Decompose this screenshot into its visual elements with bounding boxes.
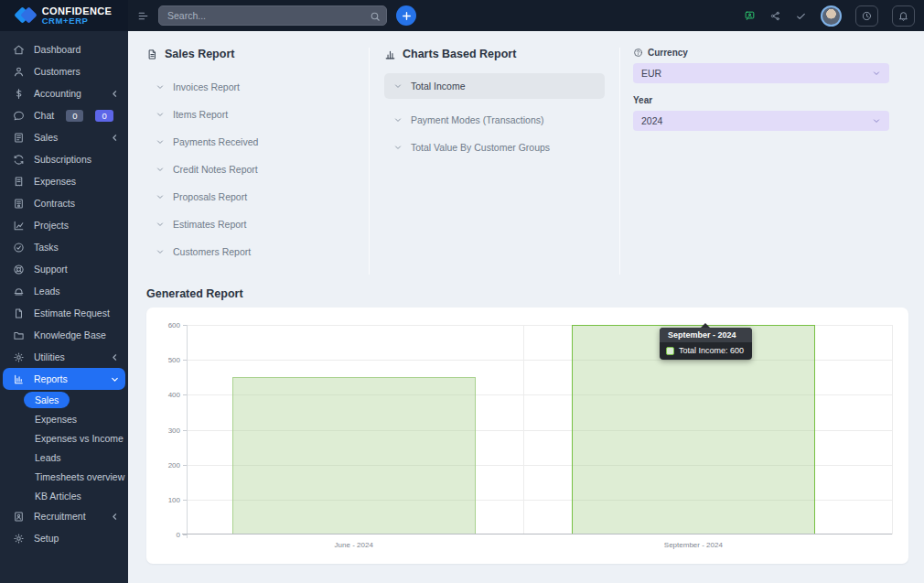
sidebar-item-label: Knowledge Base — [34, 329, 106, 340]
chart-vgridline — [892, 325, 893, 534]
chart-xaxis-label: June - 2024 — [335, 541, 373, 549]
quick-add-button[interactable] — [396, 5, 416, 26]
sidebar-item-subscriptions[interactable]: Subscriptions — [0, 148, 128, 170]
sidebar-item-chat[interactable]: Chat00 — [0, 104, 128, 126]
sidebar-item-label: Sales — [34, 132, 58, 143]
brand-sub: CRM+ERP — [42, 16, 113, 26]
chevron-down-icon — [393, 115, 403, 124]
dollar-icon — [13, 88, 26, 100]
gears-icon — [13, 351, 26, 363]
chevron-down-icon — [872, 69, 881, 78]
chevron-left-icon — [109, 88, 121, 100]
app-logo[interactable]: CONFIDENCE CRM+ERP — [0, 0, 128, 31]
header — [128, 0, 924, 31]
report-list-item-total-income[interactable]: Total Income — [384, 73, 605, 99]
sidebar-subitem-sales[interactable]: Sales — [0, 390, 128, 409]
avatar[interactable] — [821, 5, 842, 27]
report-list-item-invoices-report[interactable]: Invoices Report — [146, 73, 354, 101]
sidebar-item-recruitment[interactable]: Recruitment — [0, 505, 128, 527]
check-icon[interactable] — [795, 10, 807, 22]
support-agent-icon[interactable] — [744, 10, 756, 22]
sidebar-item-leads[interactable]: Leads — [0, 280, 128, 302]
report-list-item-estimates-report[interactable]: Estimates Report — [146, 211, 354, 238]
sidebar-item-dashboard[interactable]: Dashboard — [0, 38, 128, 60]
sidebar-item-customers[interactable]: Customers — [0, 60, 128, 82]
sidebar-subitem-expenses-vs-income[interactable]: Expenses vs Income — [0, 428, 128, 448]
chart-y-axis — [187, 325, 188, 538]
bell-icon — [897, 10, 909, 22]
sidebar-item-label: Dashboard — [34, 44, 81, 55]
sidebar-item-label: Estimate Request — [34, 308, 110, 318]
chevron-left-icon — [109, 351, 121, 363]
sidebar-item-expenses[interactable]: Expenses — [0, 170, 128, 192]
top-bar: CONFIDENCE CRM+ERP — [0, 0, 924, 31]
report-list-item-total-value-by-customer-groups[interactable]: Total Value By Customer Groups — [384, 134, 605, 161]
chart-x-axis — [182, 534, 892, 534]
chevron-down-icon — [156, 82, 165, 92]
sidebar-item-label: Expenses — [34, 176, 76, 187]
sidebar-item-knowledge-base[interactable]: Knowledge Base — [0, 324, 128, 346]
sidebar-item-setup[interactable]: Setup — [0, 527, 128, 549]
tooltip-value: Total Income: 600 — [679, 346, 744, 355]
sidebar-item-accounting[interactable]: Accounting — [0, 82, 128, 104]
sidebar-item-label: Utilities — [34, 351, 65, 362]
report-list-item-customers-report[interactable]: Customers Report — [146, 238, 354, 265]
sidebar-item-label: Customers — [34, 66, 81, 77]
sidebar-item-estimate-request[interactable]: Estimate Request — [0, 302, 128, 324]
sidebar-item-tasks[interactable]: Tasks — [0, 236, 128, 258]
notifications-button[interactable] — [892, 5, 915, 27]
sidebar-subitem-timesheets-overview[interactable]: Timesheets overview — [0, 467, 128, 486]
filters-panel: Currency EUR Year 2024 — [620, 48, 906, 275]
timer-button[interactable] — [855, 5, 878, 27]
id-badge-icon — [13, 511, 26, 523]
sidebar-subitem-expenses[interactable]: Expenses — [0, 409, 128, 428]
sidebar-item-label: Setup — [34, 533, 59, 544]
charts-report-title: Charts Based Report — [403, 48, 516, 60]
sidebar-item-label: Reports — [34, 373, 68, 384]
chevron-down-icon — [393, 81, 403, 91]
projects-icon — [13, 220, 26, 232]
sidebar-item-label: Support — [34, 264, 68, 275]
chevron-down-icon — [156, 137, 165, 146]
year-select[interactable]: 2024 — [633, 111, 889, 131]
bar-chart[interactable]: 0100200300400500600June - 2024September … — [188, 325, 892, 534]
sidebar-item-support[interactable]: Support — [0, 258, 128, 280]
sidebar-item-label: Recruitment — [34, 511, 86, 522]
search-input[interactable] — [158, 5, 387, 26]
report-list-item-items-report[interactable]: Items Report — [146, 101, 354, 128]
chart-ytick-label: 100 — [168, 495, 180, 503]
report-list-item-payment-modes-transactions-[interactable]: Payment Modes (Transactions) — [384, 106, 605, 134]
sidebar-subitem-kb-articles[interactable]: KB Articles — [0, 486, 128, 505]
sales-report-title: Sales Report — [165, 48, 234, 60]
menu-icon[interactable] — [137, 10, 149, 22]
sidebar-item-label: Chat — [34, 110, 54, 121]
year-label: Year — [633, 95, 652, 105]
chevron-down-icon — [156, 192, 165, 201]
sidebar-subitem-leads[interactable]: Leads — [0, 448, 128, 467]
report-list-item-credit-notes-report[interactable]: Credit Notes Report — [146, 156, 354, 183]
sidebar-item-label: Contracts — [34, 198, 75, 209]
report-list-item-proposals-report[interactable]: Proposals Report — [146, 183, 354, 211]
chart-ytick-label: 600 — [168, 321, 180, 329]
sidebar-item-utilities[interactable]: Utilities — [0, 346, 128, 368]
currency-select[interactable]: EUR — [633, 63, 889, 83]
sales-report-panel: Sales Report Invoices ReportItems Report… — [146, 48, 370, 275]
share-icon[interactable] — [769, 10, 781, 22]
chevron-down-icon — [156, 220, 165, 229]
sidebar-item-label: Subscriptions — [34, 154, 91, 165]
chat-badge: 0 — [95, 110, 113, 122]
gear-icon — [13, 533, 26, 545]
file-icon — [13, 308, 26, 319]
chart-bar-june-2024[interactable] — [232, 377, 476, 534]
report-list-item-payments-received[interactable]: Payments Received — [146, 128, 354, 156]
sidebar-item-reports[interactable]: Reports — [3, 368, 125, 390]
chevron-left-icon — [109, 511, 121, 523]
bar-chart-icon — [384, 49, 396, 60]
sidebar-item-projects[interactable]: Projects — [0, 214, 128, 236]
sidebar-item-label: Tasks — [34, 242, 59, 253]
sidebar-item-contracts[interactable]: Contracts — [0, 192, 128, 214]
chevron-down-icon — [156, 247, 165, 256]
check-circle-icon — [13, 242, 26, 254]
sidebar-item-label: Accounting — [34, 88, 81, 99]
sidebar-item-sales[interactable]: Sales — [0, 126, 128, 148]
